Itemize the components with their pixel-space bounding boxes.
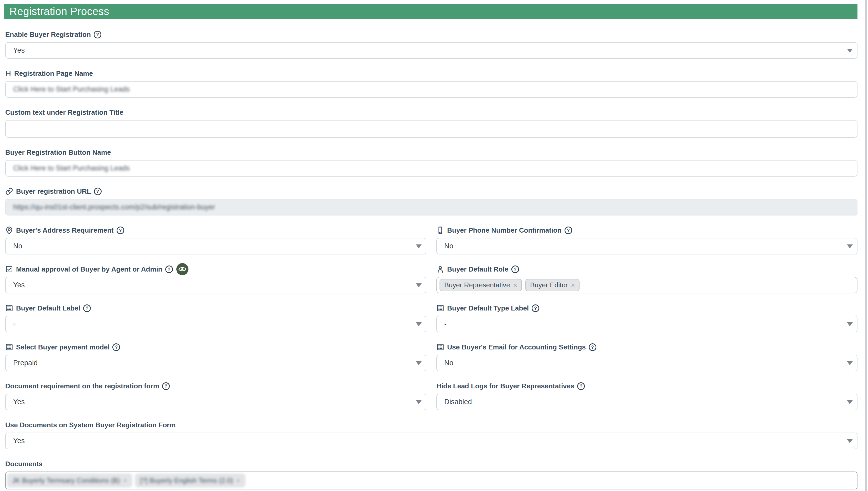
field-label: Use Buyer's Email for Accounting Setting… <box>447 343 586 351</box>
help-icon[interactable]: ? <box>511 265 519 273</box>
visibility-toggle[interactable] <box>176 263 189 275</box>
link-icon <box>5 187 13 195</box>
document-tag: [?] Buyerly English Terms (2.0) × <box>135 474 245 487</box>
checkbox-checked-icon <box>5 265 13 273</box>
registration-page-name-input[interactable]: Click Here to Start Purchasing Leads <box>5 81 858 97</box>
help-icon[interactable]: ? <box>117 227 124 234</box>
mobile-phone-icon <box>436 226 444 234</box>
caret-down-icon <box>416 244 422 249</box>
field-select-buyer-payment-model: Select Buyer payment model ? Prepaid <box>5 343 426 371</box>
field-use-documents-on-system-form: Use Documents on System Buyer Registrati… <box>5 421 858 449</box>
help-icon[interactable]: ? <box>112 343 120 351</box>
field-label: Buyer Phone Number Confirmation <box>447 226 562 234</box>
map-pin-icon <box>5 226 13 234</box>
field-hide-lead-logs: Hide Lead Logs for Buyer Representatives… <box>436 382 858 410</box>
selected-value: Yes <box>13 46 25 55</box>
field-buyer-registration-button-name: Buyer Registration Button Name Click Her… <box>5 148 858 177</box>
field-registration-page-name: H Registration Page Name Click Here to S… <box>5 69 858 97</box>
list-alt-icon <box>436 304 444 312</box>
selected-value: No <box>444 359 454 367</box>
buyers-address-requirement-select[interactable]: No <box>5 238 426 255</box>
use-buyers-email-accounting-select[interactable]: No <box>436 355 858 371</box>
caret-down-icon <box>847 49 853 53</box>
heading-icon: H <box>5 69 11 78</box>
selected-value: Yes <box>13 281 25 289</box>
buyer-default-label-select[interactable]: - <box>5 316 426 332</box>
use-documents-on-system-form-select[interactable]: Yes <box>5 433 858 449</box>
field-label: Buyer Default Role <box>447 265 509 273</box>
buyer-registration-button-name-input[interactable]: Click Here to Start Purchasing Leads <box>5 160 858 177</box>
help-icon[interactable]: ? <box>565 227 572 234</box>
selected-value: - <box>13 320 16 328</box>
caret-down-icon <box>847 439 853 443</box>
field-label: Manual approval of Buyer by Agent or Adm… <box>16 265 163 273</box>
selected-value: Prepaid <box>13 359 38 367</box>
field-document-requirement: Document requirement on the registration… <box>5 382 426 410</box>
selected-value: Disabled <box>444 398 472 406</box>
help-icon[interactable]: ? <box>577 382 585 390</box>
field-label: Buyer's Address Requirement <box>16 226 114 234</box>
field-label: Enable Buyer Registration <box>5 31 91 39</box>
field-label: Registration Page Name <box>14 69 93 78</box>
buyer-default-role-multiselect[interactable]: Buyer Representative × Buyer Editor × <box>436 277 858 293</box>
help-icon[interactable]: ? <box>165 265 173 273</box>
field-buyer-default-label: Buyer Default Label ? - <box>5 304 426 332</box>
buyer-default-type-label-select[interactable]: - <box>436 316 858 332</box>
field-label: Select Buyer payment model <box>16 343 110 351</box>
hide-lead-logs-select[interactable]: Disabled <box>436 394 858 410</box>
help-icon[interactable]: ? <box>83 305 91 312</box>
caret-down-icon <box>416 361 422 365</box>
caret-down-icon <box>416 322 422 326</box>
field-label: Buyer Registration Button Name <box>5 148 111 156</box>
field-buyer-default-type-label: Buyer Default Type Label ? - <box>436 304 858 332</box>
vertical-scrollbar[interactable] <box>865 0 867 491</box>
eye-icon <box>178 265 186 273</box>
field-enable-buyer-registration: Enable Buyer Registration ? Yes <box>5 31 858 59</box>
buyer-phone-number-confirmation-select[interactable]: No <box>436 238 858 255</box>
field-label: Documents <box>5 460 42 468</box>
field-label: Hide Lead Logs for Buyer Representatives <box>436 382 574 390</box>
document-requirement-select[interactable]: Yes <box>5 394 426 410</box>
remove-tag-icon[interactable]: × <box>571 282 575 289</box>
selected-value: No <box>13 242 22 250</box>
custom-text-under-title-input[interactable] <box>5 120 858 138</box>
input-value: https://qu-ins01st-client.prospects.com/… <box>13 203 215 211</box>
field-buyer-default-role: Buyer Default Role ? Buyer Representativ… <box>436 265 858 293</box>
field-buyer-phone-number-confirmation: Buyer Phone Number Confirmation ? No <box>436 226 858 255</box>
help-icon[interactable]: ? <box>589 343 597 351</box>
selected-value: Yes <box>13 398 25 406</box>
caret-down-icon <box>847 322 853 326</box>
field-custom-text-under-title: Custom text under Registration Title <box>5 108 858 138</box>
registration-process-settings-page: Registration Process Enable Buyer Regist… <box>0 0 868 491</box>
field-manual-approval: Manual approval of Buyer by Agent or Adm… <box>5 265 426 293</box>
field-label: Document requirement on the registration… <box>5 382 159 390</box>
help-icon[interactable]: ? <box>162 382 170 390</box>
manual-approval-select[interactable]: Yes <box>5 277 426 293</box>
field-label: Buyer Default Type Label <box>447 304 529 312</box>
section-header: Registration Process <box>4 4 858 19</box>
list-alt-icon <box>436 343 444 351</box>
field-label: Buyer Default Label <box>16 304 80 312</box>
input-value: Click Here to Start Purchasing Leads <box>13 85 130 93</box>
field-buyer-registration-url: Buyer registration URL ? https://qu-ins0… <box>5 187 858 215</box>
remove-tag-icon[interactable]: × <box>513 282 517 289</box>
caret-down-icon <box>416 283 422 287</box>
enable-buyer-registration-select[interactable]: Yes <box>5 42 858 59</box>
user-icon <box>436 265 444 273</box>
help-icon[interactable]: ? <box>94 31 101 38</box>
caret-down-icon <box>847 244 853 249</box>
documents-multiselect[interactable]: JK Buyerly Termsary Conditions (B) × [?]… <box>5 471 858 489</box>
help-icon[interactable]: ? <box>532 305 539 312</box>
role-tag: Buyer Representative × <box>439 279 522 291</box>
help-icon[interactable]: ? <box>94 187 102 195</box>
list-alt-icon <box>5 304 13 312</box>
field-label: Custom text under Registration Title <box>5 108 123 117</box>
selected-value: - <box>444 320 446 328</box>
remove-tag-icon[interactable]: × <box>123 477 127 484</box>
caret-down-icon <box>847 400 853 404</box>
field-buyers-address-requirement: Buyer's Address Requirement ? No <box>5 226 426 255</box>
buyer-payment-model-select[interactable]: Prepaid <box>5 355 426 371</box>
list-alt-icon <box>5 343 13 351</box>
remove-tag-icon[interactable]: × <box>236 477 240 484</box>
field-label: Buyer registration URL <box>16 187 91 196</box>
